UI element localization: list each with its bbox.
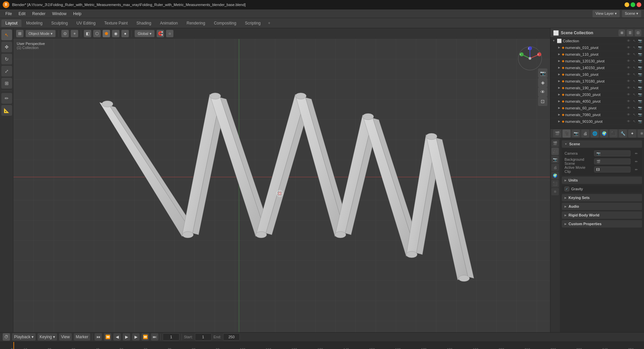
restrict-render-icon[interactable]: 📷 bbox=[637, 105, 643, 111]
prop-physics-icon[interactable]: ⚛ bbox=[638, 130, 644, 138]
restrict-select-icon[interactable]: ↖ bbox=[632, 65, 637, 70]
units-section-header[interactable]: ▶ Units bbox=[562, 177, 642, 184]
next-frame-button[interactable]: ▶ bbox=[132, 333, 140, 341]
restrict-select-icon[interactable]: ↖ bbox=[632, 79, 637, 84]
restrict-view-icon[interactable]: 👁 bbox=[626, 112, 631, 117]
end-frame-input[interactable] bbox=[223, 333, 240, 341]
restrict-render-icon[interactable]: 📷 bbox=[637, 58, 643, 64]
tab-scripting[interactable]: Scripting bbox=[241, 19, 265, 27]
current-frame-input[interactable] bbox=[163, 333, 179, 341]
prop-view-layer-icon[interactable]: 🌐 bbox=[591, 130, 599, 138]
outliner-view-button[interactable]: ☰ bbox=[627, 30, 633, 36]
restrict-render-icon[interactable]: 📷 bbox=[637, 72, 643, 77]
menu-window[interactable]: Window bbox=[49, 11, 69, 17]
expand-icon[interactable]: ▶ bbox=[557, 66, 561, 70]
tool-scale[interactable]: ⤢ bbox=[1, 66, 12, 77]
restrict-render-icon[interactable]: 📷 bbox=[637, 99, 643, 104]
outliner-item-4[interactable]: ▶ ◆ numerals_160_pivot 👁 ↖ 📷 bbox=[550, 71, 644, 78]
outliner-item-11[interactable]: ▶ ◆ numerals_90100_pivot 👁 ↖ 📷 bbox=[550, 118, 644, 125]
restrict-select-icon[interactable]: ↖ bbox=[632, 92, 637, 97]
prop-render-icon[interactable]: 📷 bbox=[572, 130, 580, 138]
tool-measure[interactable]: 📐 bbox=[1, 105, 12, 116]
restrict-view-icon[interactable]: 👁 bbox=[626, 105, 631, 111]
tab-compositing[interactable]: Compositing bbox=[210, 19, 240, 27]
viewport-gizmo-icon[interactable]: ⌖ bbox=[71, 30, 78, 37]
prop-scene-tab[interactable]: 🎬 bbox=[551, 140, 559, 147]
outliner-item-7[interactable]: ▶ ◆ numerals_2030_pivot 👁 ↖ 📷 bbox=[550, 91, 644, 98]
restrict-render-icon[interactable]: 📷 bbox=[637, 45, 643, 50]
restrict-select-icon[interactable]: ↖ bbox=[632, 58, 637, 64]
restrict-render-icon[interactable]: 📷 bbox=[637, 112, 643, 117]
restrict-view-icon[interactable]: 👁 bbox=[626, 65, 631, 70]
keying-dropdown[interactable]: Keying ▾ bbox=[38, 333, 57, 341]
prop-scene-settings-icon[interactable]: 🎥 bbox=[562, 130, 571, 138]
restrict-view-icon[interactable]: 👁 bbox=[626, 38, 631, 44]
prop-object-icon[interactable]: ⬛ bbox=[609, 130, 618, 138]
tab-shading[interactable]: Shading bbox=[132, 19, 155, 27]
restrict-render-icon[interactable]: 📷 bbox=[637, 65, 643, 70]
restrict-select-icon[interactable]: ↖ bbox=[632, 72, 637, 77]
viewport-solid-icon[interactable]: ⬟ bbox=[103, 30, 110, 37]
restrict-view-icon[interactable]: 👁 bbox=[626, 45, 631, 50]
prop-scene2-tab[interactable]: 🎥 bbox=[551, 148, 559, 155]
maximize-button[interactable] bbox=[631, 2, 635, 7]
prop-modifier-icon[interactable]: 🔧 bbox=[619, 130, 627, 138]
restrict-view-icon[interactable]: 👁 bbox=[626, 99, 631, 104]
outliner-item-8[interactable]: ▶ ◆ numerals_4050_pivot 👁 ↖ 📷 bbox=[550, 98, 644, 105]
close-button[interactable] bbox=[637, 2, 641, 7]
rigid-body-section-header[interactable]: ▶ Rigid Body World bbox=[562, 211, 642, 219]
tool-transform[interactable]: ⊞ bbox=[1, 78, 12, 89]
background-scene-value[interactable]: 🎬 bbox=[594, 158, 631, 164]
active-movie-clip-value[interactable]: 🎞 bbox=[594, 166, 631, 172]
camera-edit-icon[interactable]: ✏ bbox=[633, 150, 639, 156]
restrict-select-icon[interactable]: ↖ bbox=[632, 99, 637, 104]
prop-render-tab[interactable]: 📷 bbox=[551, 156, 559, 163]
outliner-item-6[interactable]: ▶ ◆ numerals_190_pivot 👁 ↖ 📷 bbox=[550, 85, 644, 91]
restrict-select-icon[interactable]: ↖ bbox=[632, 105, 637, 111]
restrict-select-icon[interactable]: ↖ bbox=[632, 85, 637, 91]
expand-icon[interactable]: ▶ bbox=[557, 86, 561, 90]
navigation-gizmo[interactable]: X Y Z bbox=[517, 45, 543, 72]
menu-file[interactable]: File bbox=[3, 11, 14, 17]
outliner-item-2[interactable]: ▶ ◆ numerals_120130_pivot 👁 ↖ 📷 bbox=[550, 58, 644, 64]
viewport[interactable]: ⊞ Object Mode ▾ ⊙ ⌖ ◧ ⬡ ⬟ ◉ ● Global ▾ 🧲… bbox=[13, 28, 550, 332]
prop-particles-icon[interactable]: ✦ bbox=[628, 130, 636, 138]
outliner-item-9[interactable]: ▶ ◆ numerals_60_pivot 👁 ↖ 📷 bbox=[550, 105, 644, 111]
restrict-view-icon[interactable]: 👁 bbox=[626, 119, 631, 124]
scene-visibility-button[interactable]: 👁 bbox=[538, 87, 547, 97]
scene-canvas[interactable] bbox=[13, 39, 550, 332]
tool-rotate[interactable]: ↻ bbox=[1, 54, 12, 64]
restrict-render-icon[interactable]: 📷 bbox=[637, 92, 643, 97]
expand-icon[interactable]: ▶ bbox=[557, 113, 561, 117]
camera-value[interactable]: 📷 bbox=[594, 150, 631, 156]
outliner-item-3[interactable]: ▶ ◆ numerals_140150_pivot 👁 ↖ 📷 bbox=[550, 64, 644, 71]
restrict-select-icon[interactable]: ↖ bbox=[632, 38, 637, 44]
expand-icon[interactable]: ▶ bbox=[557, 93, 561, 97]
viewport-wireframe-icon[interactable]: ⬡ bbox=[93, 30, 101, 37]
expand-icon[interactable]: ▶ bbox=[557, 79, 561, 83]
play-button[interactable]: ▶ bbox=[123, 333, 130, 341]
outliner-item-5[interactable]: ▶ ◆ numerals_170180_pivot 👁 ↖ 📷 bbox=[550, 78, 644, 85]
marker-button[interactable]: Marker bbox=[74, 333, 90, 341]
viewport-material-icon[interactable]: ◉ bbox=[112, 30, 119, 37]
playback-dropdown[interactable]: Playback ▾ bbox=[12, 333, 36, 341]
snap-magnet-icon[interactable]: 🧲 bbox=[157, 30, 164, 37]
outliner-filter-button[interactable]: ⊞ bbox=[619, 30, 625, 36]
workspaces-dropdown[interactable]: View Layer ▾ bbox=[592, 10, 620, 17]
jump-to-start-button[interactable]: ⏮ bbox=[95, 333, 102, 341]
tool-annotate[interactable]: ✏ bbox=[1, 93, 12, 104]
restrict-view-icon[interactable]: 👁 bbox=[626, 58, 631, 64]
restrict-view-icon[interactable]: 👁 bbox=[626, 72, 631, 77]
viewport-global-dropdown[interactable]: Global ▾ bbox=[135, 30, 155, 37]
prop-output-icon[interactable]: 🖨 bbox=[581, 130, 589, 138]
outliner-item-0[interactable]: ▶ ◆ numerals_010_pivot 👁 ↖ 📷 bbox=[550, 44, 644, 51]
object-filter-button[interactable]: ⊡ bbox=[538, 97, 547, 106]
tab-layout[interactable]: Layout bbox=[1, 19, 21, 27]
tab-animation[interactable]: Animation bbox=[156, 19, 182, 27]
tool-select[interactable]: ↖ bbox=[1, 30, 12, 40]
render-button[interactable]: ◈ bbox=[538, 78, 547, 87]
prev-keyframe-button[interactable]: ⏪ bbox=[104, 333, 111, 341]
expand-icon[interactable]: ▶ bbox=[557, 119, 561, 123]
outliner-item-10[interactable]: ▶ ◆ numerals_7080_pivot 👁 ↖ 📷 bbox=[550, 111, 644, 118]
restrict-render-icon[interactable]: 📷 bbox=[637, 85, 643, 91]
